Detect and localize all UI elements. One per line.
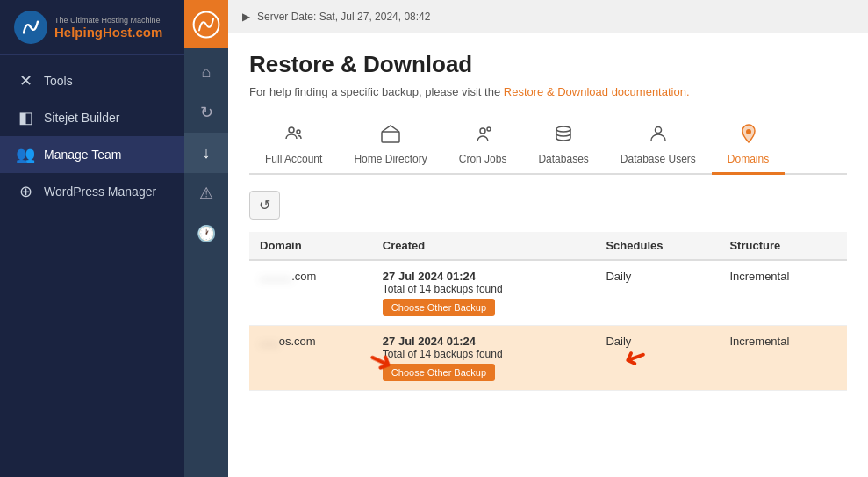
download-icon: ↓	[203, 144, 211, 163]
sidebar-nav: ✕ Tools ◧ Sitejet Builder 👥 Manage Team …	[0, 55, 184, 217]
tab-domains[interactable]: Domains	[712, 116, 785, 175]
topbar: ▶ Server Date: Sat, Jul 27, 2024, 08:42	[228, 0, 868, 33]
nav-home-btn[interactable]: ⌂	[184, 52, 228, 92]
sidebar: The Ultimate Hosting Machine HelpingHost…	[0, 0, 184, 477]
logo-icon	[14, 11, 47, 44]
manage-team-icon: 👥	[16, 145, 35, 164]
brand-icon-top	[184, 0, 228, 48]
tab-home-directory[interactable]: Home Directory	[338, 116, 442, 175]
databases-icon	[553, 123, 574, 149]
tab-cron-jobs[interactable]: Cron Jobs	[443, 116, 523, 175]
col-created: Created	[372, 232, 596, 260]
tab-databases[interactable]: Databases	[522, 116, 604, 175]
svg-point-6	[487, 127, 491, 131]
nav-warning-btn[interactable]: ⚠	[184, 173, 228, 213]
svg-point-8	[655, 127, 661, 134]
warning-icon: ⚠	[199, 184, 213, 203]
col-structure: Structure	[719, 232, 847, 260]
tab-databases-label: Databases	[538, 153, 588, 165]
topbar-arrow: ▶	[242, 11, 250, 23]
created-cell-1: 27 Jul 2024 01:24 Total of 14 backups fo…	[372, 260, 596, 326]
home-icon: ⌂	[202, 63, 212, 82]
choose-backup-btn-1[interactable]: Choose Other Backup	[383, 299, 495, 316]
sidebar-item-manage-team-label: Manage Team	[44, 148, 121, 162]
tab-full-account-label: Full Account	[265, 153, 322, 165]
table-row: ......os.com 27 Jul 2024 01:24 Total of …	[249, 326, 847, 391]
svg-point-5	[480, 128, 485, 134]
svg-point-7	[556, 126, 570, 132]
page-title: Restore & Download	[249, 51, 847, 78]
tabs-bar: Full Account Home Directory	[249, 116, 847, 175]
refresh-nav-icon: ↻	[200, 103, 213, 122]
sitejet-icon: ◧	[16, 108, 35, 127]
tab-home-directory-label: Home Directory	[354, 153, 427, 165]
svg-point-3	[297, 130, 300, 134]
sidebar-item-tools-label: Tools	[44, 74, 73, 88]
tab-cron-jobs-label: Cron Jobs	[459, 153, 507, 165]
sidebar-item-sitejet[interactable]: ◧ Sitejet Builder	[0, 99, 184, 136]
logo-text: The Ultimate Hosting Machine HelpingHost…	[54, 16, 162, 40]
svg-point-2	[289, 127, 294, 133]
page-description: For help finding a specific backup, plea…	[249, 85, 847, 98]
tab-database-users[interactable]: Database Users	[605, 116, 712, 175]
icon-sidebar: ⌂ ↻ ↓ ⚠ 🕐	[184, 0, 228, 477]
nav-history-btn[interactable]: 🕐	[184, 213, 228, 254]
wordpress-icon: ⊕	[16, 182, 35, 201]
home-directory-icon	[380, 123, 401, 149]
col-domain: Domain	[249, 232, 372, 260]
choose-backup-btn-2[interactable]: Choose Other Backup	[383, 364, 495, 381]
history-icon: 🕐	[197, 224, 216, 243]
sidebar-item-wordpress[interactable]: ⊕ WordPress Manager	[0, 173, 184, 210]
docs-link[interactable]: Restore & Download documentation.	[504, 85, 690, 98]
nav-refresh-btn[interactable]: ↻	[184, 92, 228, 133]
svg-rect-4	[382, 132, 399, 142]
schedules-cell-2: Daily	[595, 326, 719, 391]
domains-icon	[738, 123, 759, 149]
main-content: ▶ Server Date: Sat, Jul 27, 2024, 08:42 …	[228, 0, 868, 477]
schedules-cell-1: Daily	[595, 260, 719, 326]
structure-cell-1: Incremental	[719, 260, 847, 326]
tools-icon: ✕	[16, 71, 35, 90]
domains-table: Domain Created Schedules Structure .....…	[249, 232, 847, 391]
database-users-icon	[648, 123, 669, 149]
tab-domains-label: Domains	[728, 153, 769, 165]
refresh-row: ↺	[249, 191, 847, 220]
server-date: Server Date: Sat, Jul 27, 2024, 08:42	[257, 11, 430, 23]
nav-download-btn[interactable]: ↓	[184, 133, 228, 173]
domain-cell-1: ...........com	[249, 260, 372, 326]
logo-name: HelpingHost.com	[54, 25, 162, 40]
created-cell-2: 27 Jul 2024 01:24 Total of 14 backups fo…	[372, 326, 596, 391]
col-schedules: Schedules	[595, 232, 719, 260]
sidebar-item-tools[interactable]: ✕ Tools	[0, 62, 184, 99]
sidebar-item-sitejet-label: Sitejet Builder	[44, 111, 119, 125]
tab-database-users-label: Database Users	[621, 153, 696, 165]
sidebar-item-wordpress-label: WordPress Manager	[44, 184, 156, 199]
content-area: Restore & Download For help finding a sp…	[228, 33, 868, 477]
logo-tagline: The Ultimate Hosting Machine	[54, 16, 162, 25]
table-row: ...........com 27 Jul 2024 01:24 Total o…	[249, 260, 847, 326]
domain-cell-2: ......os.com	[249, 326, 372, 391]
sidebar-item-manage-team[interactable]: 👥 Manage Team	[0, 136, 184, 173]
tab-full-account[interactable]: Full Account	[249, 116, 338, 175]
full-account-icon	[283, 123, 305, 149]
structure-cell-2: Incremental	[719, 326, 847, 391]
sidebar-logo: The Ultimate Hosting Machine HelpingHost…	[0, 0, 184, 55]
refresh-button[interactable]: ↺	[249, 191, 280, 220]
cron-jobs-icon	[472, 123, 493, 149]
